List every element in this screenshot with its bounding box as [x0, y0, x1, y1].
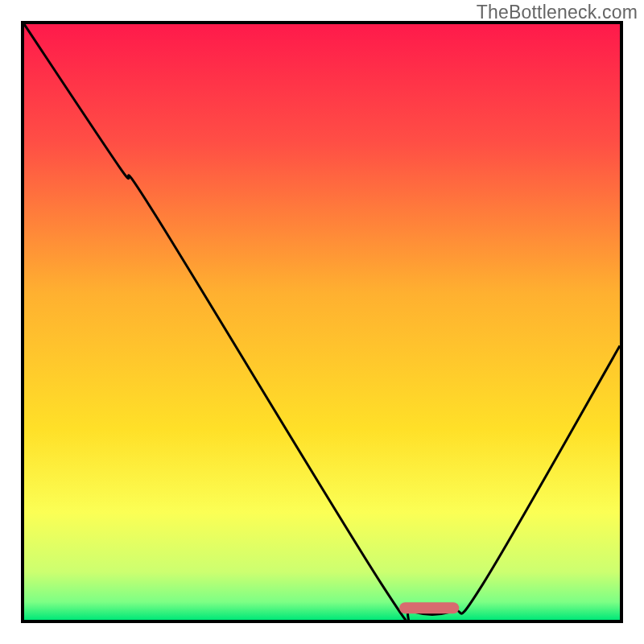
chart-container: TheBottleneck.com: [0, 0, 644, 644]
watermark-label: TheBottleneck.com: [477, 2, 638, 23]
target-marker: [24, 24, 620, 620]
plot-area: [21, 21, 623, 623]
svg-rect-1: [399, 602, 459, 613]
